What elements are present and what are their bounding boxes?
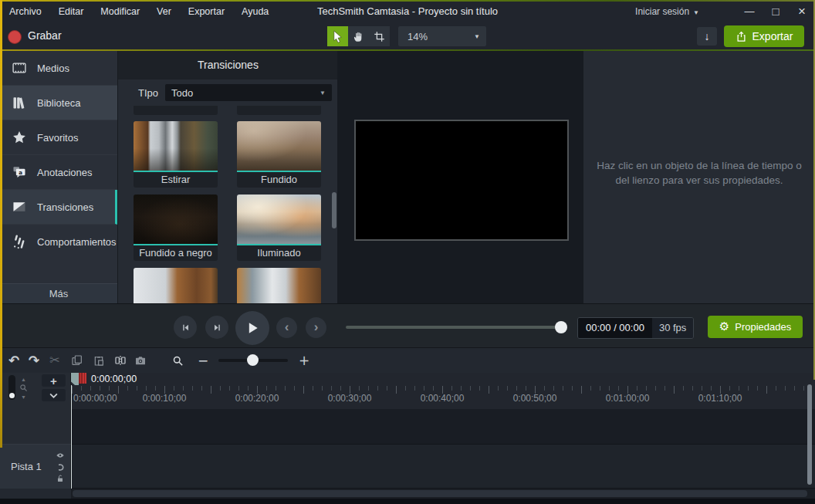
type-dropdown[interactable]: Todo ▼ [165,84,332,101]
type-filter-row: TIpo Todo ▼ [118,79,337,106]
transition-item-partial[interactable] [237,106,321,115]
track-lock-toggle[interactable] [54,472,66,485]
next-button[interactable]: › [306,317,326,338]
screenshot-button[interactable] [130,351,150,370]
menu-archivo[interactable]: Archivo [9,6,42,17]
playhead-line [71,385,72,489]
minimize-button[interactable]: — [736,0,763,23]
arrow-up-icon[interactable]: ▲ [21,377,26,382]
sidebar-more-button[interactable]: Más [0,283,117,304]
properties-empty-message: Haz clic en un objeto de la línea de tie… [593,159,805,188]
horizontal-scrollbar[interactable] [71,489,815,499]
transition-item-partial[interactable] [134,268,218,303]
canvas-zoom-value: 14% [404,31,474,42]
playback-bar: ‹ › 00:00 / 00:00 30 fps ⚙ Propiedades [0,303,815,347]
ruler-label: 0:01:10;00 [698,393,742,404]
sidebar-item-transiciones[interactable]: Transiciones [0,190,117,225]
panel-scrollbar[interactable] [332,192,336,228]
share-icon [736,31,747,42]
zoom-out-button[interactable]: − [193,351,213,370]
transitions-panel: Transiciones TIpo Todo ▼ Estirar Fundido [117,51,337,303]
cursor-icon [332,30,343,43]
maximize-button[interactable]: □ [763,0,789,23]
export-button[interactable]: Exportar [724,25,804,47]
window-title: TechSmith Camtasia - Proyecto sin título [317,0,498,23]
track-magnet-toggle[interactable] [54,461,66,473]
redo-icon: ↷ [29,354,39,367]
sidebar-item-medios[interactable]: Medios [0,51,117,86]
play-button[interactable] [235,311,269,345]
ruler-label: 0:00:00;00 [73,393,117,404]
split-button[interactable] [110,351,130,370]
crop-tool-button[interactable] [369,26,390,46]
sidebar-item-comportamientos[interactable]: Comportamientos [0,225,117,259]
download-button[interactable]: ↓ [697,27,717,46]
add-track-button[interactable]: + [42,374,66,387]
title-bar: Archivo Editar Modificar Ver Exportar Ay… [0,0,815,23]
cut-button[interactable]: ✂ [45,351,65,370]
sign-in-label: Iniciar sesión [635,6,689,17]
ruler-label: 0:00:10;00 [143,393,187,404]
transition-item-fundido-a-negro[interactable]: Fundido a negro [134,194,218,261]
transition-item-estirar[interactable]: Estirar [134,121,218,188]
zoom-in-button[interactable]: + [294,351,314,370]
fps-value: 30 fps [652,318,693,338]
transition-item-partial[interactable] [134,106,218,115]
arrow-down-icon[interactable]: ▼ [21,394,26,400]
hand-icon [353,31,364,42]
transition-item-fundido[interactable]: Fundido [237,121,321,188]
track-lane-pista1[interactable] [71,444,815,489]
paste-button[interactable] [89,351,109,370]
transition-thumbnail [237,194,321,244]
undo-button[interactable]: ↶ [4,351,24,370]
menu-editar[interactable]: Editar [59,6,84,17]
playhead[interactable] [71,373,86,385]
pan-tool-button[interactable] [348,26,369,46]
transition-item-iluminado[interactable]: Iluminado [237,194,321,261]
step-back-button[interactable] [174,316,197,339]
sidebar-label: Biblioteca [37,97,80,109]
menu-ver[interactable]: Ver [157,6,171,17]
select-tool-button[interactable] [327,26,348,46]
track-visibility-toggle[interactable] [54,449,66,462]
preview-canvas[interactable] [354,120,569,241]
track-height-slider[interactable] [8,375,15,400]
undo-icon: ↶ [8,354,19,367]
sidebar-item-anotaciones[interactable]: a Anotaciones [0,155,117,190]
track-height-slider-thumb[interactable] [9,393,15,398]
previous-button[interactable]: ‹ [276,317,297,338]
step-forward-button[interactable] [205,316,228,339]
menu-modificar[interactable]: Modificar [100,6,140,17]
ruler-label: 0:00:30;00 [328,393,372,404]
transition-item-partial[interactable] [237,268,321,303]
menu-ayuda[interactable]: Ayuda [242,6,269,17]
chevron-left-icon: ‹ [285,320,289,335]
timeline-empty-area[interactable] [71,409,815,444]
seek-slider-track[interactable] [346,326,562,329]
lock-open-icon [56,474,65,483]
sidebar-item-favoritos[interactable]: Favoritos [0,120,117,155]
menu-exportar[interactable]: Exportar [188,6,225,17]
vertical-scrollbar[interactable] [807,384,812,485]
canvas-zoom-dropdown[interactable]: 14% ▼ [398,26,486,46]
film-icon [12,60,27,76]
timeline-zoom-slider-thumb[interactable] [247,354,259,366]
timeline-zoom-button[interactable] [167,351,188,370]
track-header-pista1[interactable]: Pista 1 [0,444,71,489]
sidebar: Medios Biblioteca Favoritos a Anotacione… [0,51,117,303]
copy-button[interactable] [67,351,87,370]
properties-button[interactable]: ⚙ Propiedades [708,316,803,338]
seek-slider-thumb[interactable] [555,321,567,333]
sidebar-item-biblioteca[interactable]: Biblioteca [0,86,117,120]
playhead-out-marker[interactable] [79,373,86,384]
record-button[interactable]: Grabar [28,29,62,42]
sign-in-menu[interactable]: Iniciar sesión▼ [635,0,699,25]
close-button[interactable]: × [789,0,815,23]
horizontal-scrollbar-thumb[interactable] [73,490,807,497]
playhead-in-marker[interactable] [71,373,79,385]
scissors-icon: ✂ [49,354,59,367]
timeline-tracks: Pista 1 [0,409,815,504]
collapse-tracks-button[interactable] [42,389,66,401]
redo-button[interactable]: ↷ [24,351,44,370]
camera-icon [134,354,147,367]
